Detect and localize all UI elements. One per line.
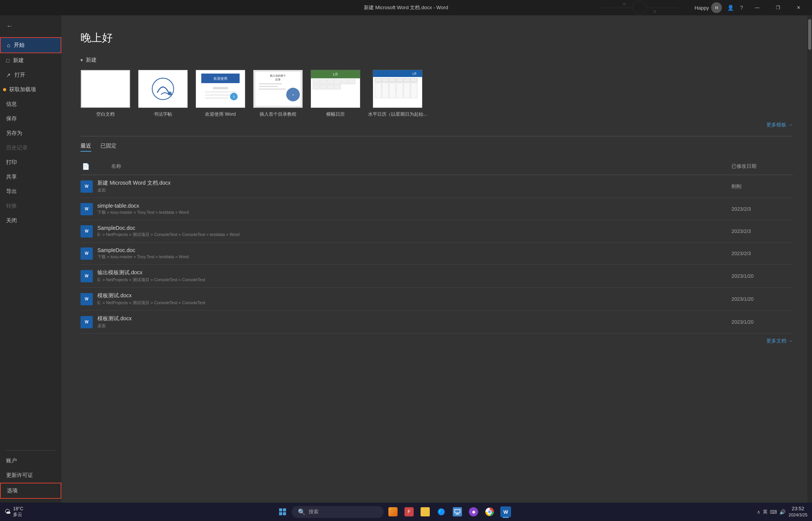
sidebar-item-open[interactable]: ↗ 打开 — [0, 68, 61, 82]
help-icon[interactable]: ? — [738, 3, 745, 12]
sidebar-item-addins[interactable]: 获取加载项 — [0, 82, 61, 97]
file-row[interactable]: W SampleDoc.doc E: » NetProjects » 测试项目 … — [81, 220, 793, 242]
svg-rect-33 — [342, 79, 348, 84]
greeting-text: 晚上好 — [81, 31, 793, 45]
taskbar-app-chrome[interactable] — [483, 505, 496, 519]
template-calligraphy[interactable]: 书法字帖 — [138, 70, 188, 118]
file-row[interactable]: W SampleDoc.doc 下载 » toxy-master » Toxy.… — [81, 242, 793, 265]
svg-rect-38 — [334, 85, 341, 89]
taskbar-app-word[interactable]: W — [499, 505, 513, 519]
file-info: simple-table.docx 下载 » toxy-master » Tox… — [97, 203, 731, 215]
sidebar-item-update[interactable]: 更新许可证 — [0, 468, 61, 483]
svg-rect-60 — [455, 510, 460, 513]
sidebar-item-transform: 转换 — [0, 199, 61, 213]
file-date: 刚刚 — [731, 183, 793, 190]
word-doc-icon: W — [81, 203, 93, 215]
template-toc[interactable]: 插入你的第个 目录 › 插入首个目录教程 — [253, 70, 303, 118]
sidebar-item-home[interactable]: ⌂ 开始 — [0, 37, 61, 53]
tab-recent[interactable]: 最近 — [81, 143, 91, 152]
taskbar-app-files[interactable] — [418, 505, 432, 519]
file-path: 下载 » toxy-master » Toxy.Test » testdata … — [97, 210, 731, 215]
sidebar-item-print[interactable]: 打印 — [0, 155, 61, 170]
file-list-header: 📄 名称 已修改日期 — [81, 158, 793, 175]
volume-icon[interactable]: 🔊 — [779, 509, 786, 515]
sidebar-item-info[interactable]: 信息 — [0, 97, 61, 111]
user-info[interactable]: Happy H — [695, 2, 722, 13]
title-bar-icon-group: 👤 ? — [725, 3, 745, 12]
sidebar-item-update-label: 更新许可证 — [6, 472, 33, 479]
template-thumb-horiz-cal: 1月 活动 — [373, 70, 422, 108]
sidebar-item-account[interactable]: 账户 — [0, 454, 61, 468]
sidebar-item-share[interactable]: 共享 — [0, 170, 61, 184]
file-name: SampleDoc.doc — [97, 247, 731, 253]
keyboard-icon[interactable]: ⌨ — [770, 509, 777, 515]
sidebar-item-close[interactable]: 关闭 — [0, 213, 61, 228]
scrollbar-track[interactable] — [807, 15, 812, 503]
notification-dot — [3, 88, 6, 91]
restore-button[interactable]: ❐ — [769, 2, 787, 14]
svg-text:›: › — [233, 94, 235, 99]
chevron-up-icon[interactable]: ∧ — [757, 509, 761, 515]
sidebar-item-print-label: 打印 — [6, 159, 17, 166]
more-docs-link[interactable]: 更多文档 → — [81, 338, 793, 344]
user-name: Happy — [695, 5, 709, 11]
taskbar-weather[interactable]: 🌤 18°C 多云 — [5, 506, 31, 518]
file-row[interactable]: W 模板测试.docx E: » NetProjects » 测试项目 » Co… — [81, 288, 793, 311]
sidebar-item-home-label: 开始 — [14, 42, 25, 49]
template-welcome[interactable]: 欢迎使用 › 欢迎使用 Word — [196, 70, 245, 118]
template-landscape-cal[interactable]: 1月 横幅日历 — [311, 70, 360, 118]
sidebar-item-save[interactable]: 保存 — [0, 111, 61, 126]
taskbar-app-edge[interactable] — [434, 505, 448, 519]
people-icon[interactable]: 👤 — [725, 3, 736, 12]
sidebar-item-saveas[interactable]: 另存为 — [0, 126, 61, 141]
chevron-down-icon: ▾ — [81, 57, 83, 63]
taskbar-right: ∧ 英 ⌨ 🔊 23:52 2024/3/25 — [757, 506, 807, 518]
svg-rect-12 — [205, 91, 236, 93]
taskbar-app-facerig[interactable]: F — [402, 505, 416, 519]
new-section-header[interactable]: ▾ 新建 — [81, 57, 793, 64]
weather-desc: 多云 — [13, 511, 23, 518]
template-horiz-cal[interactable]: 1月 活动 — [368, 70, 427, 118]
svg-rect-43 — [375, 78, 381, 82]
start-button[interactable] — [276, 505, 289, 519]
taskbar-app-mycomputer[interactable] — [450, 505, 464, 519]
word-doc-icon: W — [81, 270, 93, 282]
sidebar-back-button[interactable]: ← — [0, 19, 61, 33]
taskbar-app-unknown1[interactable]: ◆ — [467, 505, 480, 519]
svg-rect-46 — [396, 78, 403, 82]
taskbar-app-orange[interactable] — [386, 505, 400, 519]
file-row[interactable]: W simple-table.docx 下载 » toxy-master » T… — [81, 198, 793, 220]
title-bar: 新建 Microsoft Word 文档.docx - Word Happy H… — [0, 0, 812, 15]
svg-rect-55 — [411, 83, 417, 98]
minimize-button[interactable]: — — [748, 2, 766, 14]
taskbar: 🌤 18°C 多云 🔍 搜索 F — [0, 503, 812, 521]
sidebar-item-export[interactable]: 导出 — [0, 184, 61, 199]
svg-rect-29 — [313, 79, 319, 84]
word-doc-icon: W — [81, 293, 93, 305]
clock[interactable]: 23:52 2024/3/25 — [789, 506, 807, 518]
file-row[interactable]: W 输出模板测试.docx E: » NetProjects » 测试项目 » … — [81, 265, 793, 288]
taskbar-search-box[interactable]: 🔍 搜索 — [292, 506, 384, 518]
close-button[interactable]: ✕ — [790, 2, 807, 14]
sidebar-item-options[interactable]: 选项 — [0, 483, 61, 499]
more-templates-link[interactable]: 更多模板 → — [81, 121, 793, 128]
sidebar-item-save-label: 保存 — [6, 115, 17, 122]
main-content: 晚上好 ▾ 新建 空白文档 — [61, 15, 812, 503]
svg-text:插入你的第个: 插入你的第个 — [270, 74, 286, 77]
template-blank[interactable]: 空白文档 — [81, 70, 130, 118]
svg-rect-36 — [320, 85, 327, 89]
tab-pinned[interactable]: 已固定 — [100, 143, 117, 152]
file-row[interactable]: W 模板测试.docx 桌面 2023/1/20 — [81, 311, 793, 334]
svg-rect-37 — [327, 85, 334, 89]
file-row[interactable]: W 新建 Microsoft Word 文档.docx 桌面 刚刚 — [81, 175, 793, 198]
weather-temp: 18°C — [13, 506, 23, 511]
file-name: 模板测试.docx — [97, 292, 731, 299]
col-name-header: 名称 — [96, 163, 731, 170]
open-icon: ↗ — [6, 72, 11, 78]
scrollbar-thumb[interactable] — [808, 19, 811, 50]
lang-indicator[interactable]: 英 — [763, 509, 768, 515]
clock-date: 2024/3/25 — [789, 512, 807, 518]
header-icon: 📄 — [81, 161, 91, 172]
sidebar-item-new[interactable]: □ 新建 — [0, 53, 61, 68]
section-divider — [81, 136, 793, 136]
